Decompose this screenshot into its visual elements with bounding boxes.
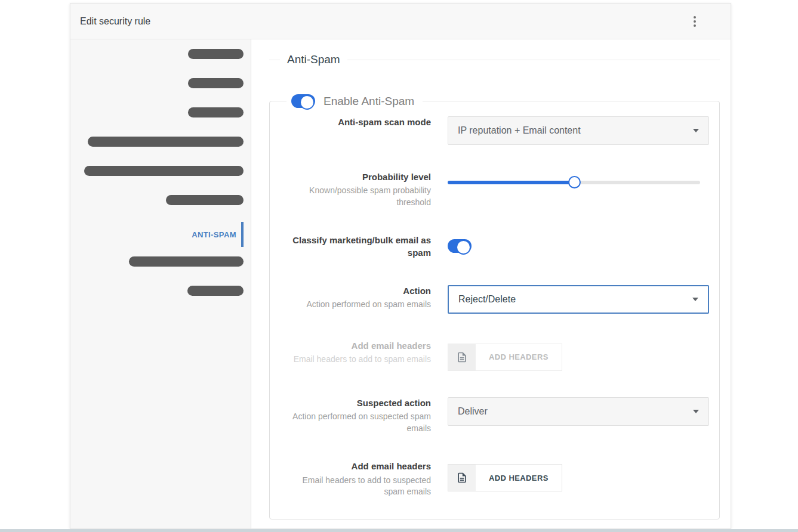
probability-slider[interactable] [448,176,700,188]
action-label-block: Action Action performed on spam emails [282,285,431,314]
add-headers-spam-control: ADD HEADERS [448,340,709,371]
select-value: IP reputation + Email content [458,125,581,136]
sidebar-item-placeholder[interactable] [188,78,244,88]
enable-anti-spam-group: Enable Anti-Spam Anti-spam scan mode IP … [269,94,720,519]
classify-label-block: Classify marketing/bulk email as spam [282,234,431,259]
chevron-down-icon [692,298,698,301]
select-value: Reject/Delete [458,294,516,305]
sidebar-item-placeholder[interactable] [188,107,244,117]
document-icon [448,465,476,491]
suspected-action-select[interactable]: Deliver [448,397,709,426]
chevron-down-icon [693,410,699,413]
slider-fill [448,181,574,184]
classify-spam-toggle[interactable] [448,239,472,253]
enable-anti-spam-toggle[interactable] [291,94,315,108]
kebab-menu-icon [694,16,696,27]
sidebar-item-anti-spam[interactable]: ANTI-SPAM [63,221,244,248]
select-value: Deliver [458,406,488,417]
chevron-down-icon [693,129,699,132]
divider [347,60,720,60]
button-label: ADD HEADERS [476,465,562,491]
field-label: Probability level [282,171,431,183]
scan-mode-control: IP reputation + Email content [448,116,709,145]
button-label: ADD HEADERS [476,344,562,370]
divider [269,60,280,60]
field-sublabel: Known/possible spam probability threshol… [282,185,431,208]
suspected-control: Deliver [448,397,709,434]
sidebar-item-placeholder[interactable] [166,195,244,205]
add-headers-spam-label-block: Add email headers Email headers to add t… [282,340,431,371]
section-title: Anti-Spam [287,53,340,66]
add-headers-suspected-button[interactable]: ADD HEADERS [448,464,562,491]
field-label: Add email headers [282,340,431,352]
probability-label-block: Probability level Known/possible spam pr… [282,171,431,208]
sidebar-item-label: ANTI-SPAM [192,230,244,239]
add-headers-suspected-control: ADD HEADERS [448,460,709,497]
field-label: Classify marketing/bulk email as spam [282,234,431,259]
add-headers-spam-button: ADD HEADERS [448,344,562,371]
scan-mode-label-block: Anti-spam scan mode [282,116,431,145]
field-label: Add email headers [282,460,431,472]
anti-spam-panel: Anti-Spam Enable Anti-Spam Anti-spam sca… [251,39,731,528]
sidebar-item-placeholder[interactable] [188,49,244,59]
field-sublabel: Email headers to add to suspected spam e… [282,475,431,498]
field-label: Suspected action [282,397,431,409]
edit-security-rule-dialog: Edit security rule ANTI-SPAM [70,3,731,529]
add-headers-suspected-label-block: Add email headers Email headers to add t… [282,460,431,497]
enable-anti-spam-legend: Enable Anti-Spam [286,94,423,108]
action-select[interactable]: Reject/Delete [448,285,709,314]
section-header: Anti-Spam [269,51,720,68]
page-bottom-edge [0,529,798,532]
screen: Edit security rule ANTI-SPAM [0,0,798,532]
dialog-header: Edit security rule [70,4,731,39]
sidebar-item-placeholder[interactable] [187,286,244,296]
suspected-label-block: Suspected action Action performed on sus… [282,397,431,434]
dialog-title: Edit security rule [80,16,150,27]
enable-anti-spam-label: Enable Anti-Spam [323,95,414,108]
slider-knob[interactable] [568,176,581,188]
action-control: Reject/Delete [448,285,709,314]
dialog-body: ANTI-SPAM Anti-Spam Enable Anti-Spam [70,39,731,528]
classify-control [448,234,709,259]
sidebar-item-placeholder[interactable] [129,256,244,267]
scan-mode-select[interactable]: IP reputation + Email content [448,116,709,145]
field-label: Action [282,285,431,297]
more-options-button[interactable] [690,13,700,30]
probability-control [448,171,709,208]
field-sublabel: Email headers to add to spam emails [282,354,431,366]
document-icon [448,344,476,370]
field-sublabel: Action performed on spam emails [282,299,431,311]
settings-sidebar: ANTI-SPAM [70,39,251,528]
sidebar-item-placeholder[interactable] [84,166,244,176]
field-sublabel: Action performed on suspected spam email… [282,411,431,434]
active-indicator [241,222,244,247]
anti-spam-form: Anti-spam scan mode IP reputation + Emai… [282,116,709,498]
sidebar-item-placeholder[interactable] [88,137,244,147]
field-label: Anti-spam scan mode [282,116,431,128]
